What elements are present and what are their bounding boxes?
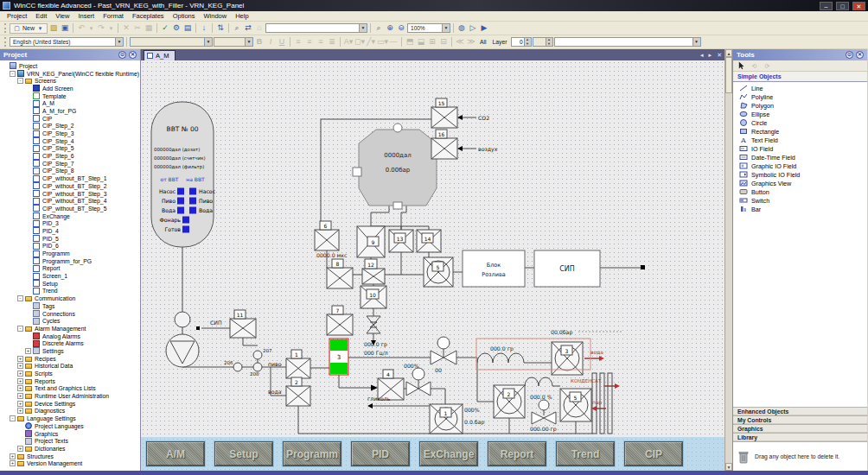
tree-item-connections[interactable]: Connections (2, 310, 140, 318)
hmi-button-programm[interactable]: Programm (283, 441, 341, 466)
expand-icon[interactable]: + (17, 363, 23, 369)
menu-item-insert[interactable]: Insert (73, 12, 99, 20)
tools-section-library[interactable]: Library (733, 433, 867, 441)
tool-item-io-field[interactable]: IO Field (733, 144, 867, 153)
expand-icon[interactable]: + (17, 378, 23, 384)
tree-item-cip-step-5[interactable]: CIP_Step_5 (2, 145, 140, 153)
flip-vertical-icon[interactable]: ⬓ (416, 36, 426, 48)
tree-item-scripts[interactable]: +Scripts (2, 370, 140, 377)
tree-item-cip-step-4[interactable]: CIP_Step_4 (2, 137, 140, 145)
zoom-tool-icon[interactable]: ⌕ (373, 22, 384, 34)
open-icon[interactable]: ▨ (48, 22, 59, 34)
valve-v8[interactable]: 8 (327, 259, 353, 288)
redo-icon[interactable]: ↷ (96, 22, 106, 34)
tree-item-vrn-keg-panel-wincc-flexible-runtime[interactable]: -VRN_KEG_Panel(WinCC flexible Runtime) (2, 70, 140, 78)
language-globe-icon[interactable]: ◍ (456, 22, 467, 34)
sensor-208[interactable] (253, 363, 262, 371)
undo-icon[interactable]: ↶ (76, 22, 86, 34)
tool-item-ellipse[interactable]: Ellipse (733, 110, 867, 118)
tree-item-cip[interactable]: CIP (2, 115, 140, 123)
tree-item-pid-4[interactable]: PID_4 (2, 227, 140, 235)
menu-item-edit[interactable]: Edit (31, 12, 51, 20)
expand-icon[interactable]: + (17, 356, 23, 362)
find-next-icon[interactable]: ⌂ (254, 22, 265, 34)
panel-close-icon[interactable]: ✕ (856, 51, 864, 59)
cursor-icon[interactable] (737, 61, 745, 70)
rotate-left-icon[interactable]: ⟲ (750, 60, 758, 72)
send-back-icon[interactable]: ≫ (466, 36, 476, 48)
tool-item-symbolic-io-field[interactable]: Symbolic IO Field (733, 170, 867, 179)
control-valve-steam[interactable] (532, 400, 556, 424)
tree-item-add-screen[interactable]: Add Screen (2, 85, 140, 92)
check-consistency-icon[interactable]: ✓ (160, 22, 170, 34)
tree-item-dictionaries[interactable]: +Dictionaries (2, 445, 140, 453)
undo-dropdown-icon[interactable]: ▾ (87, 22, 95, 34)
hmi-button-exchange[interactable]: ExChange (419, 441, 478, 466)
tools-section-my-controls[interactable]: My Controls (733, 415, 867, 424)
dropdown-arrow-icon[interactable]: ▼ (204, 38, 212, 46)
maximize-button[interactable]: □ (836, 2, 849, 10)
valve-v14[interactable]: 14 (417, 230, 441, 252)
valve-b1[interactable]: 1 (430, 404, 463, 434)
replace-icon[interactable]: ⇄ (243, 22, 253, 34)
new-button[interactable]: ▢New▾ (10, 23, 48, 34)
tab-close-icon[interactable]: ✕ (714, 50, 724, 60)
collapse-icon[interactable]: - (10, 71, 16, 77)
tab-a-m[interactable]: A_M (144, 50, 176, 60)
tree-item-discrete-alarms[interactable]: Discrete Alarms (2, 339, 140, 347)
expand-icon[interactable]: + (17, 393, 23, 399)
bring-front-icon[interactable]: ≪ (455, 36, 465, 48)
tree-item-version-management[interactable]: +Version Management (2, 459, 140, 467)
valve-v15[interactable]: 15 (431, 98, 457, 128)
find-combobox[interactable]: ▼ (265, 23, 367, 33)
expand-icon[interactable]: + (17, 408, 23, 414)
tab-scroll-left-icon[interactable]: ◂ (698, 50, 706, 60)
tree-item-setup[interactable]: Setup (2, 280, 140, 288)
hmi-button-setup[interactable]: Setup (214, 441, 273, 466)
generate-icon[interactable]: ⚙ (171, 22, 182, 34)
tree-item-programm[interactable]: Programm (2, 250, 140, 257)
tree-item-recipes[interactable]: +Recipes (2, 355, 140, 363)
pin-icon[interactable]: ⊙ (118, 51, 126, 59)
tree-item-cip-step-7[interactable]: CIP_Step_7 (2, 160, 140, 168)
valve-v11[interactable]: 11 (230, 310, 256, 338)
tree-item-cycles[interactable]: Cycles (2, 317, 140, 325)
line-color-icon[interactable]: ╱▾ (366, 36, 376, 48)
zoom-out-icon[interactable]: ⊖ (396, 22, 406, 34)
dropdown-arrow-icon[interactable]: ▼ (442, 24, 450, 32)
layer-spinner[interactable]: 0▲▼ (511, 37, 532, 47)
sort-icon[interactable]: ⇅ (215, 22, 226, 34)
valve-v2[interactable]: 2 (286, 377, 310, 406)
tree-item-runtime-user-administration[interactable]: +Runtime User Administration (2, 392, 140, 400)
flow-instrument[interactable] (431, 337, 456, 364)
tree-item-cip-without-bt-step-5[interactable]: CIP_without_BT_Step_5 (2, 205, 140, 212)
buffer-tank[interactable]: 0000дал 0.00бар (353, 124, 437, 209)
scroll-down-icon[interactable]: ▼ (725, 463, 732, 471)
hmi-button-pid[interactable]: PID (351, 441, 410, 466)
minimize-button[interactable]: – (820, 2, 833, 10)
tree-item-language-settings[interactable]: -Language Settings (2, 415, 140, 422)
tree-item-a-m[interactable]: A_M (2, 99, 140, 107)
canvas-vscrollbar[interactable]: ▲ ▼ (724, 49, 732, 471)
delete-icon[interactable]: ✕ (121, 22, 131, 34)
tool-item-graphic-io-field[interactable]: Graphic IO Field (733, 162, 867, 170)
menu-item-format[interactable]: Format (99, 12, 128, 20)
tree-item-exchange[interactable]: ExChange (2, 212, 140, 220)
font-combobox[interactable]: ▼ (130, 37, 213, 47)
align-right-icon[interactable]: ≡ (316, 36, 326, 48)
tree-item-graphics[interactable]: Graphics (2, 430, 140, 438)
tool-item-polyline[interactable]: Polyline (733, 92, 867, 101)
border-style-icon[interactable]: ▭▾ (377, 36, 387, 48)
collapse-icon[interactable]: - (17, 295, 23, 301)
italic-icon[interactable]: I (265, 36, 276, 48)
hmi-button-trend[interactable]: Trend (556, 441, 615, 466)
cip-block[interactable]: СИП (534, 250, 600, 287)
pump[interactable] (166, 334, 199, 367)
valve-v9[interactable]: 9 (357, 226, 385, 257)
sensor-206[interactable] (233, 363, 242, 371)
toolbar-grip[interactable] (4, 37, 7, 47)
sight-glass[interactable] (175, 312, 190, 327)
drain-valve[interactable] (367, 316, 380, 333)
collapse-icon[interactable]: - (17, 78, 23, 84)
scroll-thumb[interactable] (725, 57, 732, 93)
